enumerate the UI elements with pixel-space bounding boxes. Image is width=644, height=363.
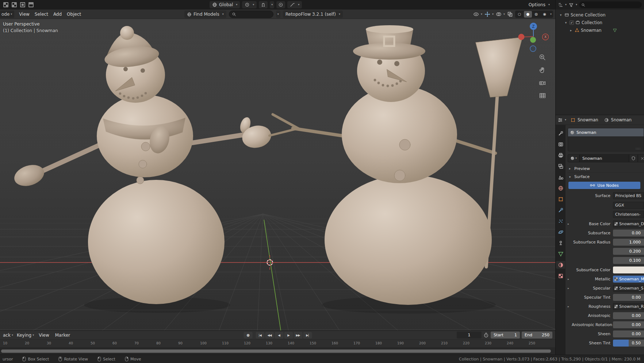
subsurface-radius-x-field[interactable]: 1.000 [613,239,644,246]
tree-row-scene-collection[interactable]: ▾ Scene Collection [556,11,644,19]
physics-tab[interactable] [556,228,565,236]
sheen-tint-field[interactable]: 0.50 [613,340,644,347]
editor-layout-icon-2[interactable] [11,2,17,8]
shading-material-button[interactable]: ◍ [532,11,540,18]
fake-user-button[interactable] [629,154,638,162]
breadcrumb-material-label[interactable]: Snowman [611,117,632,122]
viewport-canvas[interactable] [0,19,555,330]
timeline-marker-menu[interactable]: Marker [53,332,73,339]
editor-layout-icon-1[interactable] [3,2,9,8]
editor-layout-icon-3[interactable] [20,2,26,8]
navigation-gizmo[interactable]: Z X [518,21,549,53]
snowman-left[interactable] [12,26,273,313]
object-visibility-dropdown[interactable]: ▾ [473,11,482,17]
world-tab[interactable] [556,184,565,192]
transform-orientation-dropdown[interactable]: Global ▾ [210,1,240,8]
surface-shader-field[interactable]: Principled BS [613,192,644,199]
modifiers-tab[interactable] [556,206,565,214]
subsurface-radius-z-field[interactable]: 0.100 [613,257,644,264]
model-search-field[interactable] [229,11,273,18]
editor-layout-icon-4[interactable] [28,2,34,8]
previous-frame-button[interactable]: ◀ [275,332,283,339]
material-slot-selected[interactable]: Snowman [568,128,644,136]
snap-toggle[interactable] [259,1,268,8]
options-dropdown[interactable]: Options ▾ [526,1,552,8]
overlays-dropdown[interactable]: ▾ [496,11,505,17]
tool-tab[interactable] [556,129,565,137]
stopwatch-icon[interactable] [483,332,489,338]
tree-row-collection[interactable]: ▾ ✓ Collection [556,19,644,26]
output-tab[interactable] [556,151,565,159]
subsurface-field[interactable]: 0.00 [613,230,644,237]
tree-row-snowman[interactable]: ▸ Snowman [556,26,644,34]
outliner-search-input[interactable] [587,3,640,7]
menu-view[interactable]: View [16,11,32,18]
autokey-toggle-icon[interactable]: ● [244,332,252,339]
scene-tab[interactable] [556,173,565,181]
unlink-material-button[interactable] [638,154,644,162]
object-data-tab[interactable] [556,250,565,258]
metallic-field[interactable]: Snowman_M [613,276,644,283]
disclosure-collapsed-icon[interactable]: ▸ [569,29,573,32]
view-layer-tab[interactable] [556,162,565,170]
pan-hand-icon[interactable] [538,65,547,75]
anisotropic-field[interactable]: 0.00 [613,312,644,319]
distribution-field[interactable]: GGX [613,202,644,209]
list-resize-grip[interactable]: ∷∷ [636,147,641,151]
proportional-editing-toggle[interactable] [276,1,285,8]
playback-menu[interactable]: ack ▾ [1,332,15,339]
timeline-scrollbar[interactable] [0,347,555,355]
base-color-field[interactable]: Snowman_D [613,220,644,227]
material-slot-list[interactable]: Snowman ∷∷ [568,128,644,151]
specular-field[interactable]: Snowman_S [613,285,644,292]
previous-keyframe-button[interactable]: ◀◀ [265,332,274,339]
render-tab[interactable] [556,140,565,148]
next-frame-button[interactable]: ▶▶ [294,332,302,339]
sheen-field[interactable]: 0.00 [613,330,644,337]
breadcrumb-object-label[interactable]: Snowman [578,117,598,122]
viewport[interactable]: User Perspective (1) Collection | Snowma… [0,19,555,330]
model-search-input[interactable] [238,12,267,17]
timeline-view-menu[interactable]: View [36,332,51,339]
material-tab[interactable] [556,261,565,269]
expand-icon[interactable]: ▸ [568,222,572,226]
anisotropic-rotation-field[interactable]: 0.00 [613,321,644,328]
menu-add[interactable]: Add [51,11,64,18]
outliner-editor-type-dropdown[interactable]: ▾ [558,2,567,8]
specular-tint-field[interactable]: 0.00 [613,294,644,301]
play-button[interactable]: ▶ [284,332,293,339]
preview-panel-header[interactable]: ▸ Preview [568,165,644,173]
particles-tab[interactable] [556,217,565,225]
subsurface-radius-y-field[interactable]: 0.200 [613,248,644,255]
texture-tab[interactable] [556,272,565,280]
properties-editor-type-dropdown[interactable]: ▾ [557,117,566,123]
timeline-ruler[interactable]: 1020304050607080901001101201301401501601… [0,339,555,347]
subsurface-color-field[interactable] [613,266,644,273]
mode-dropdown[interactable]: ode ▾ [0,11,14,18]
ortho-grid-icon[interactable] [538,91,547,101]
object-tab[interactable] [556,195,565,203]
expand-icon[interactable]: ▸ [568,305,572,308]
material-name-field[interactable]: Snowman [579,154,629,162]
end-frame-field[interactable]: End 250 [522,332,552,339]
use-nodes-button[interactable]: Use Nodes [568,182,640,189]
find-models-dropdown[interactable]: Find Models ▾ [184,11,226,18]
snowman-right[interactable] [269,25,522,314]
search-options-dropdown[interactable]: ▾ [276,11,280,18]
gizmos-dropdown[interactable]: ▾ [484,11,494,17]
keying-menu[interactable]: Keying ▾ [15,332,35,339]
shading-solid-button[interactable]: ● [524,11,532,18]
pivot-point-dropdown[interactable]: ▾ [242,1,257,8]
shading-rendered-button[interactable]: ◉ [541,11,549,18]
surface-panel-header[interactable]: ▾ Surface [568,173,644,181]
start-frame-field[interactable]: Start 1 [491,332,520,339]
outliner-search-field[interactable] [579,1,642,8]
menu-object[interactable]: Object [64,11,84,18]
snap-options-dropdown[interactable]: ▾ [270,1,274,8]
expand-icon[interactable]: ▸ [568,287,572,290]
camera-view-icon[interactable] [538,78,547,88]
disclosure-expanded-icon[interactable]: ▾ [564,21,568,24]
roughness-field[interactable]: Snowman_R [613,303,644,310]
shading-wireframe-button[interactable]: ○ [515,11,524,18]
shading-options-dropdown[interactable]: ▾ [550,13,552,16]
